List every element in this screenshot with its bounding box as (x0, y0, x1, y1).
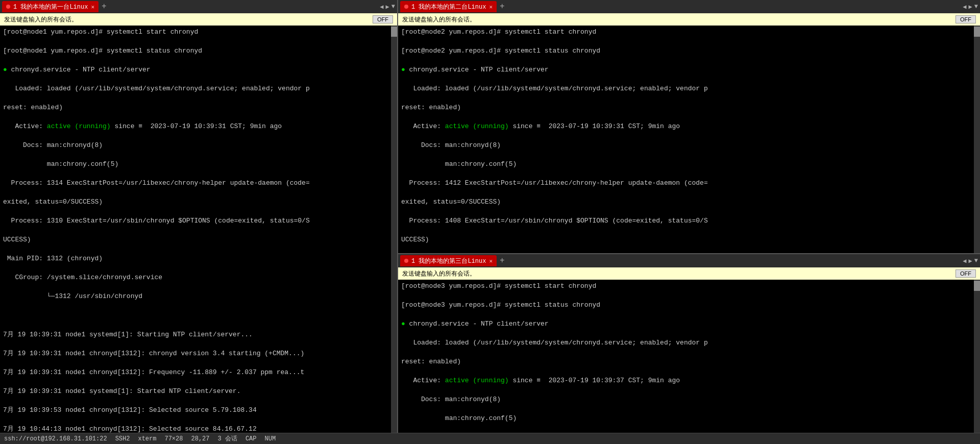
line: Process: 1310 ExecStart=/usr/sbin/chrony… (3, 216, 388, 226)
line: ● chronyd.service - NTP client/server (3, 65, 388, 75)
tab-close-right-bottom[interactable]: ✕ (489, 258, 493, 264)
tab-close-left[interactable]: ✕ (91, 4, 94, 10)
main-area: 1 我的本地的第一台Linux ✕ + ◀ ▶ ▼ 发送键盘输入的所有会话。 O… (0, 0, 980, 433)
line: Docs: man:chronyd(8) (401, 141, 971, 151)
status-size: 77×28 (164, 435, 183, 442)
line: ● chronyd.service - NTP client/server (401, 65, 971, 75)
line: Loaded: loaded (/usr/lib/systemd/system/… (3, 84, 388, 94)
broadcast-text-left: 发送键盘输入的所有会话。 (4, 15, 78, 24)
line: 7月 19 10:39:31 node1 chronyd[1312]: chro… (3, 349, 388, 359)
line: CGroup: /system.slice/chronyd.service (3, 273, 388, 283)
broadcast-text-right-bottom: 发送键盘输入的所有会话。 (402, 269, 476, 278)
line: └─1312 /usr/sbin/chronyd (3, 292, 388, 302)
line: ● chronyd.service - NTP client/server (401, 319, 971, 329)
line: man:chrony.conf(5) (401, 160, 971, 169)
scrollbar-left[interactable] (391, 26, 397, 433)
line: [root@node1 yum.repos.d]# systemctl star… (3, 28, 388, 37)
terminal-text-right-top[interactable]: [root@node2 yum.repos.d]# systemctl star… (398, 26, 974, 247)
nav-menu-left[interactable]: ▼ (391, 3, 395, 11)
scrollbar-thumb-left[interactable] (391, 27, 397, 37)
tab-right-top-1[interactable]: 1 我的本地的第二台Linux ✕ (400, 1, 497, 12)
line: Loaded: loaded (/usr/lib/systemd/system/… (401, 84, 971, 94)
line: Docs: man:chronyd(8) (401, 395, 971, 405)
line: [root@node2 yum.repos.d]# systemctl stat… (401, 46, 971, 56)
broadcast-bar-right-bottom: 发送键盘输入的所有会话。 OFF (398, 267, 980, 280)
off-button-right-top[interactable]: OFF (955, 15, 976, 23)
scrollbar-right-top[interactable] (974, 26, 980, 253)
status-sessions: 3 会话 (218, 434, 237, 443)
status-cap: CAP (246, 435, 257, 442)
tab-close-right-top[interactable]: ✕ (489, 4, 493, 10)
nav-prev-left[interactable]: ◀ (380, 3, 383, 11)
nav-prev-right-top[interactable]: ◀ (963, 3, 966, 11)
tab-add-right-top[interactable]: + (497, 2, 508, 11)
tab-bar-right-top: 1 我的本地的第二台Linux ✕ + ◀ ▶ ▼ (398, 0, 980, 13)
tab-label-left: 1 我的本地的第一台Linux (13, 3, 88, 11)
terminal-content-right-top: [root@node2 yum.repos.d]# systemctl star… (398, 26, 974, 253)
tab-right-bottom-1[interactable]: 1 我的本地的第三台Linux ✕ (400, 255, 497, 266)
line: man:chrony.conf(5) (401, 414, 971, 424)
line: [root@node2 yum.repos.d]# systemctl star… (401, 28, 971, 37)
line: exited, status=0/SUCCESS) (401, 198, 971, 207)
status-terminal: xterm (138, 435, 156, 442)
tab-dot-left (6, 5, 10, 9)
line: [root@node3 yum.repos.d]# systemctl stat… (401, 301, 971, 310)
line: Active: active (running) since ≡ 2023-07… (401, 122, 971, 132)
broadcast-bar-left: 发送键盘输入的所有会话。 OFF (0, 13, 397, 26)
tab-bar-right-bottom: 1 我的本地的第三台Linux ✕ + ◀ ▶ ▼ (398, 254, 980, 267)
tab-dot-right-top (404, 5, 408, 9)
scrollbar-thumb-right-bottom[interactable] (974, 281, 980, 291)
status-protocol: SSH2 (115, 435, 130, 442)
panel-left: 1 我的本地的第一台Linux ✕ + ◀ ▶ ▼ 发送键盘输入的所有会话。 O… (0, 0, 398, 433)
tab-bar-left: 1 我的本地的第一台Linux ✕ + ◀ ▶ ▼ (0, 0, 397, 13)
tab-label-right-top: 1 我的本地的第二台Linux (411, 3, 486, 11)
nav-menu-right-top[interactable]: ▼ (974, 3, 978, 11)
line: 7月 19 10:44:13 node1 chronyd[1312]: Sele… (3, 425, 388, 433)
nav-next-right-top[interactable]: ▶ (969, 3, 972, 11)
line: reset: enabled) (401, 357, 971, 367)
terminal-right-top: 1 我的本地的第二台Linux ✕ + ◀ ▶ ▼ 发送键盘输入的所有会话。 O… (398, 0, 980, 253)
scrollbar-thumb-right-top[interactable] (974, 27, 980, 37)
line (3, 311, 388, 320)
terminal-text-right-bottom[interactable]: [root@node3 yum.repos.d]# systemctl star… (398, 280, 974, 433)
tab-dot-right-bottom (404, 259, 408, 263)
status-position: 28,27 (191, 435, 209, 442)
panel-right-bottom: 1 我的本地的第三台Linux ✕ + ◀ ▶ ▼ 发送键盘输入的所有会话。 O… (398, 254, 980, 433)
line: reset: enabled) (401, 103, 971, 113)
scroll-area-right-top: [root@node2 yum.repos.d]# systemctl star… (398, 26, 980, 253)
terminal-right-bottom: 1 我的本地的第三台Linux ✕ + ◀ ▶ ▼ 发送键盘输入的所有会话。 O… (398, 254, 980, 433)
tab-nav-left: ◀ ▶ ▼ (380, 3, 395, 11)
line: Process: 1314 ExecStartPost=/usr/libexec… (3, 179, 388, 188)
scroll-area-left: [root@node1 yum.repos.d]# systemctl star… (0, 26, 397, 433)
tab-left-1[interactable]: 1 我的本地的第一台Linux ✕ (2, 1, 99, 12)
terminal-left: 1 我的本地的第一台Linux ✕ + ◀ ▶ ▼ 发送键盘输入的所有会话。 O… (0, 0, 397, 433)
terminal-content-left: [root@node1 yum.repos.d]# systemctl star… (0, 26, 391, 433)
scrollbar-right-bottom[interactable] (974, 280, 980, 433)
line: Process: 1408 ExecStart=/usr/sbin/chrony… (401, 216, 971, 226)
line: man:chrony.conf(5) (3, 160, 388, 169)
panel-right-container: 1 我的本地的第二台Linux ✕ + ◀ ▶ ▼ 发送键盘输入的所有会话。 O… (398, 0, 980, 433)
line: 7月 19 10:39:31 node1 systemd[1]: Startin… (3, 330, 388, 340)
line: Active: active (running) since ≡ 2023-07… (3, 122, 388, 132)
line: 7月 19 10:39:53 node1 chronyd[1312]: Sele… (3, 406, 388, 415)
terminal-text-left[interactable]: [root@node1 yum.repos.d]# systemctl star… (0, 26, 391, 433)
line: Docs: man:chronyd(8) (3, 141, 388, 151)
tab-label-right-bottom: 1 我的本地的第三台Linux (411, 257, 486, 265)
scroll-area-right-bottom: [root@node3 yum.repos.d]# systemctl star… (398, 280, 980, 433)
line: [root@node3 yum.repos.d]# systemctl star… (401, 282, 971, 291)
nav-next-left[interactable]: ▶ (386, 3, 389, 11)
nav-menu-right-bottom[interactable]: ▼ (974, 257, 978, 265)
off-button-left[interactable]: OFF (373, 15, 393, 23)
tab-add-right-bottom[interactable]: + (497, 256, 508, 265)
nav-next-right-bottom[interactable]: ▶ (969, 257, 972, 265)
tab-nav-right-top: ◀ ▶ ▼ (963, 3, 978, 11)
broadcast-bar-right-top: 发送键盘输入的所有会话。 OFF (398, 13, 980, 26)
off-button-right-bottom[interactable]: OFF (955, 269, 976, 278)
broadcast-text-right-top: 发送键盘输入的所有会话。 (402, 15, 476, 24)
line: UCCESS) (401, 235, 971, 245)
line: Loaded: loaded (/usr/lib/systemd/system/… (401, 338, 971, 348)
tab-nav-right-bottom: ◀ ▶ ▼ (963, 257, 978, 265)
tab-add-left[interactable]: + (99, 2, 110, 11)
status-bar: ssh://root@192.168.31.101:22 SSH2 xterm … (0, 433, 980, 444)
nav-prev-right-bottom[interactable]: ◀ (963, 257, 966, 265)
